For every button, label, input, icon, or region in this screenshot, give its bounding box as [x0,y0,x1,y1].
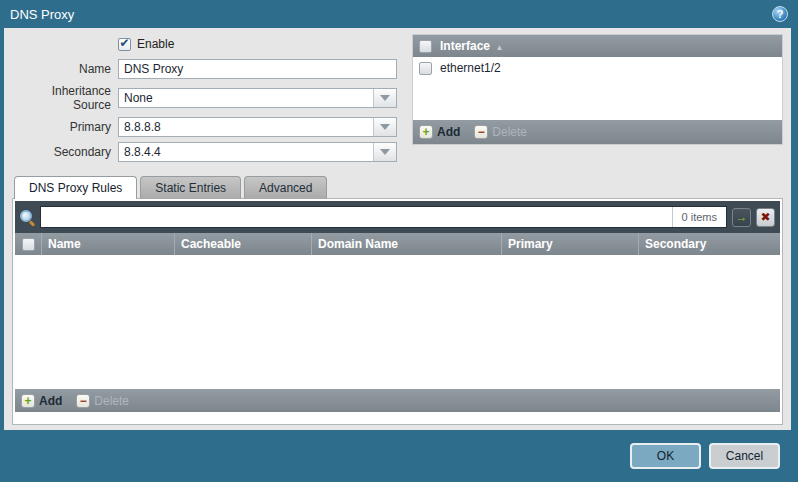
dns-proxy-rules-panel: 0 items → ✖ Name Cacheable Domain Name P… [12,198,783,425]
interface-add-label: Add [437,125,460,139]
interface-add-button[interactable]: + Add [419,125,460,139]
items-count: 0 items [672,207,726,227]
column-header-cacheable[interactable]: Cacheable [175,233,312,255]
interface-column-header: Interface ▲ [440,39,503,53]
interface-row-checkbox[interactable] [419,62,432,75]
rules-table-header: Name Cacheable Domain Name Primary Secon… [15,233,780,255]
primary-label: Primary [12,120,118,134]
secondary-field-row: Secondary [12,142,404,162]
tab-advanced[interactable]: Advanced [244,176,327,199]
secondary-label: Secondary [12,145,118,159]
titlebar: DNS Proxy ? [0,0,798,28]
help-icon[interactable]: ? [772,6,788,22]
inheritance-source-label: Inheritance Source [12,84,118,112]
name-field [118,59,397,79]
secondary-dropdown-button[interactable] [373,143,396,161]
column-header-secondary[interactable]: Secondary [639,233,780,255]
chevron-down-icon [380,95,390,101]
inheritance-source-field [118,88,397,108]
dialog-title: DNS Proxy [10,7,74,22]
interface-table-body: ethernet1/2 [413,57,782,120]
name-field-row: Name [12,59,404,79]
enable-checkbox[interactable] [118,38,131,51]
tab-static-entries[interactable]: Static Entries [140,176,241,199]
interface-panel: Interface ▲ ethernet1/2 + Add − Dele [412,34,783,145]
interface-row[interactable]: ethernet1/2 [413,57,782,79]
dialog-footer: OK Cancel [0,430,798,482]
filter-input[interactable] [41,207,672,227]
rules-table-body [15,255,780,389]
inheritance-source-input[interactable] [119,89,373,107]
primary-input[interactable] [119,118,373,136]
rules-select-all-checkbox[interactable] [22,238,35,251]
name-input[interactable] [119,60,396,78]
ok-button[interactable]: OK [630,443,701,469]
add-icon: + [419,125,433,139]
interface-row-label: ethernet1/2 [440,61,501,75]
dns-proxy-dialog: DNS Proxy ? Enable Name Inheritance Sour… [0,0,798,482]
primary-dropdown-button[interactable] [373,118,396,136]
general-form: Enable Name Inheritance Source [12,32,404,167]
tab-dns-proxy-rules[interactable]: DNS Proxy Rules [14,176,137,199]
clear-filter-icon[interactable]: ✖ [756,208,775,227]
filter-field: 0 items [40,206,727,228]
rules-select-all-checkbox-cell[interactable] [15,233,42,255]
sort-ascending-icon: ▲ [495,43,503,52]
chevron-down-icon [380,124,390,130]
tab-bar: DNS Proxy Rules Static Entries Advanced [12,176,783,198]
rules-toolbar: + Add − Delete [15,389,780,412]
rules-add-button[interactable]: + Add [21,394,62,408]
filter-bar: 0 items → ✖ [15,201,780,233]
primary-field-row: Primary [12,117,404,137]
apply-filter-icon[interactable]: → [732,208,751,227]
primary-field [118,117,397,137]
interface-delete-button[interactable]: − Delete [474,125,527,139]
interface-toolbar: + Add − Delete [413,120,782,144]
interface-select-all-checkbox[interactable] [419,40,432,53]
top-section: Enable Name Inheritance Source [12,32,783,167]
delete-icon: − [76,394,90,408]
rules-delete-button[interactable]: − Delete [76,394,129,408]
rules-delete-label: Delete [94,394,129,408]
chevron-down-icon [380,149,390,155]
delete-icon: − [474,125,488,139]
rules-add-label: Add [39,394,62,408]
column-header-primary[interactable]: Primary [502,233,639,255]
column-header-domain-name[interactable]: Domain Name [312,233,502,255]
cancel-button[interactable]: Cancel [709,443,780,469]
enable-label: Enable [137,37,174,51]
secondary-input[interactable] [119,143,373,161]
name-label: Name [12,62,118,76]
dialog-content: Enable Name Inheritance Source [4,28,791,430]
secondary-field [118,142,397,162]
inheritance-source-field-row: Inheritance Source [12,84,404,112]
column-header-name[interactable]: Name [42,233,175,255]
add-icon: + [21,394,35,408]
interface-table-header[interactable]: Interface ▲ [413,35,782,57]
search-icon [20,210,35,225]
inheritance-source-dropdown-button[interactable] [373,89,396,107]
interface-delete-label: Delete [492,125,527,139]
enable-row: Enable [118,36,404,52]
